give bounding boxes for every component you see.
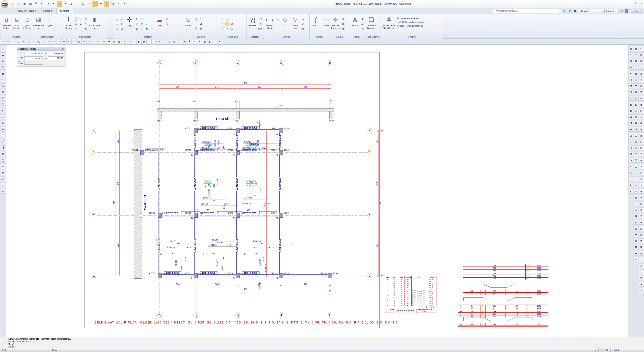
svg-text:40/30: 40/30 [198, 127, 204, 130]
table-cell: 63 [463, 307, 480, 310]
status-units[interactable]: tf / cm [587, 348, 598, 352]
svg-text:420: 420 [116, 182, 119, 186]
dimension-lines: 1400300345355400300345355400140019042060… [113, 82, 383, 292]
svg-text:355: 355 [258, 86, 261, 88]
x-lock-checkbox[interactable] [18, 52, 20, 54]
svg-text:1-1 KESİTİ: 1-1 KESİTİ [216, 117, 230, 121]
command-panel[interactable]: Komut : columnstiffenedendplate/columnst… [0, 337, 644, 348]
svg-text:330: 330 [246, 209, 250, 211]
svg-text:CZ015: CZ015 [270, 272, 276, 275]
layer-tooltip: Katman = Standart [394, 309, 416, 313]
svg-text:4: 4 [93, 129, 95, 132]
table-cell: 8 [480, 310, 486, 313]
table-cell: P7 [526, 310, 536, 313]
table-cell: P4 [526, 264, 536, 267]
svg-text:BZ017: BZ017 [236, 119, 240, 121]
svg-text:D: D [280, 61, 282, 64]
svg-text:5Φ8/35: 5Φ8/35 [200, 147, 207, 149]
svg-text:BZ019 25/50: BZ019 25/50 [236, 135, 238, 148]
z-lock-checkbox[interactable] [18, 61, 20, 64]
svg-text:CZ001: CZ001 [185, 127, 191, 130]
coordinate-box-title: Koordinat Kutusu [17, 47, 65, 51]
svg-text:25: 25 [202, 253, 205, 255]
svg-text:BZ007 25/50: BZ007 25/50 [202, 211, 215, 214]
table-cell: 33Φ8 [536, 307, 548, 310]
close-icon[interactable]: ✕ [62, 48, 64, 50]
svg-text:12Φ8/35: 12Φ8/35 [243, 202, 251, 205]
table-cell: 44 [458, 313, 463, 315]
y-label: Y [21, 57, 23, 59]
table-cell: 16Φ8 [536, 293, 548, 295]
svg-text:d=12: d=12 [250, 184, 254, 186]
svg-text:9Φ8/35: 9Φ8/35 [216, 260, 218, 266]
svg-text:CZ013: CZ013 [185, 272, 191, 275]
svg-text:25: 25 [160, 253, 162, 255]
svg-text:40/30: 40/30 [333, 272, 338, 275]
svg-text:16Φ8/35: 16Φ8/35 [168, 240, 176, 243]
svg-text:40/30: 40/30 [284, 272, 289, 275]
status-bar: Blok Hazır tf / cm 1 : 100 % 63 [0, 348, 644, 352]
coordinate-box-panel[interactable]: Koordinat Kutusu ✕ X L Y A Z [17, 47, 65, 66]
svg-text:BZ022 25/50: BZ022 25/50 [279, 135, 281, 148]
svg-text:40/30: 40/30 [198, 272, 204, 275]
svg-text:C: C [237, 314, 239, 317]
y-lock-checkbox[interactable] [18, 57, 20, 59]
status-scale[interactable]: 1 : 100 [598, 348, 611, 352]
x-field[interactable] [24, 52, 43, 55]
table-cell: 33Φ8 [536, 269, 548, 272]
table-cell: 232 [463, 290, 480, 293]
svg-text:BZ011 25/50: BZ011 25/50 [244, 272, 257, 274]
table-cell: 8 [503, 290, 508, 293]
table-cell: 8 [503, 313, 508, 315]
table-cell: P13 [526, 275, 536, 277]
table-cell: 194 [485, 310, 503, 313]
svg-text:40/30: 40/30 [240, 272, 246, 275]
svg-text:295: 295 [206, 209, 209, 211]
svg-text:CZ005: CZ005 [185, 149, 191, 151]
svg-text:L=339: L=339 [224, 203, 230, 205]
table-cell: 44 [458, 315, 463, 318]
svg-text:5Φ8/35: 5Φ8/35 [202, 141, 209, 143]
table-cell: 33Φ8 [536, 272, 548, 275]
svg-text:L=442: L=442 [176, 243, 182, 245]
svg-text:12Φ8/35: 12Φ8/35 [244, 197, 252, 199]
status-zoom[interactable]: % 63 [611, 348, 622, 352]
svg-text:12Φ8/35: 12Φ8/35 [200, 203, 208, 205]
svg-text:420: 420 [376, 182, 378, 186]
status-block: Blok [0, 348, 50, 352]
table-cell: 136 [508, 290, 526, 293]
svg-text:E: E [329, 61, 331, 64]
svg-text:395: 395 [263, 205, 266, 209]
svg-text:BZ003 25/50: BZ003 25/50 [150, 148, 163, 151]
table-cell: P9 [526, 267, 536, 269]
svg-text:4: 4 [369, 129, 371, 132]
svg-text:2-2 KESİTİ: 2-2 KESİTİ [144, 195, 147, 210]
command-line: Bağlantı objesinin ucunu seç [8, 341, 644, 343]
table-cell: 8Φ8 [536, 323, 548, 326]
plan-annotations: 5Φ8/35L=4705Φ8/35L=3399Φ8/35L=2091652952… [132, 104, 284, 279]
svg-text:L=623: L=623 [213, 184, 215, 189]
svg-text:BZ001 25/50: BZ001 25/50 [202, 127, 215, 129]
table-cell: 44 [458, 323, 463, 326]
l-field[interactable] [48, 52, 64, 55]
z-label: Z [21, 61, 23, 64]
svg-text:BZ008 25/50: BZ008 25/50 [244, 211, 257, 214]
svg-text:BZ020 25/50: BZ020 25/50 [279, 239, 281, 252]
table-cell: 19Φ8 [536, 277, 548, 280]
svg-text:CZ010: CZ010 [228, 212, 234, 214]
svg-text:25: 25 [276, 132, 278, 135]
svg-text:12Φ8/35: 12Φ8/35 [203, 197, 211, 199]
svg-text:10Φ8/35: 10Φ8/35 [264, 264, 267, 272]
svg-text:L=374: L=374 [265, 202, 271, 205]
z-field[interactable] [24, 61, 43, 64]
svg-text:295: 295 [206, 149, 209, 152]
svg-text:330: 330 [246, 149, 250, 152]
y-field[interactable] [24, 56, 43, 60]
svg-text:BZ016 25/50: BZ016 25/50 [194, 135, 196, 148]
idecad-logo-icon[interactable]: ideCAD [1, 0, 8, 8]
a-field[interactable] [48, 56, 64, 60]
svg-text:1400: 1400 [242, 82, 247, 84]
command-line: *İptal* [8, 343, 644, 346]
table-cell: 44 [458, 307, 463, 310]
table-cell: 19Φ8 [536, 267, 548, 269]
